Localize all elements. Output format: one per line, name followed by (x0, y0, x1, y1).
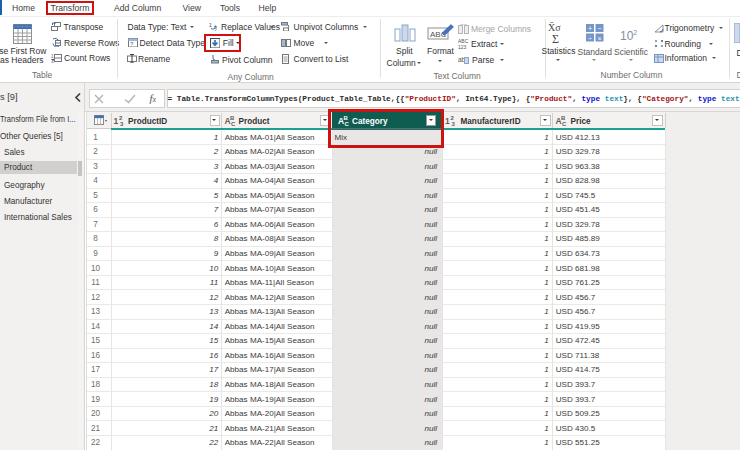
svg-text:−: − (597, 25, 601, 32)
svg-text:1: 1 (209, 22, 212, 28)
svg-text:3: 3 (51, 59, 54, 64)
svg-text:×: × (597, 35, 601, 42)
svg-text:+: + (588, 25, 592, 32)
svg-text:123: 123 (458, 44, 467, 50)
svg-text:Σ: Σ (552, 32, 559, 45)
svg-text:÷: ÷ (588, 35, 592, 42)
